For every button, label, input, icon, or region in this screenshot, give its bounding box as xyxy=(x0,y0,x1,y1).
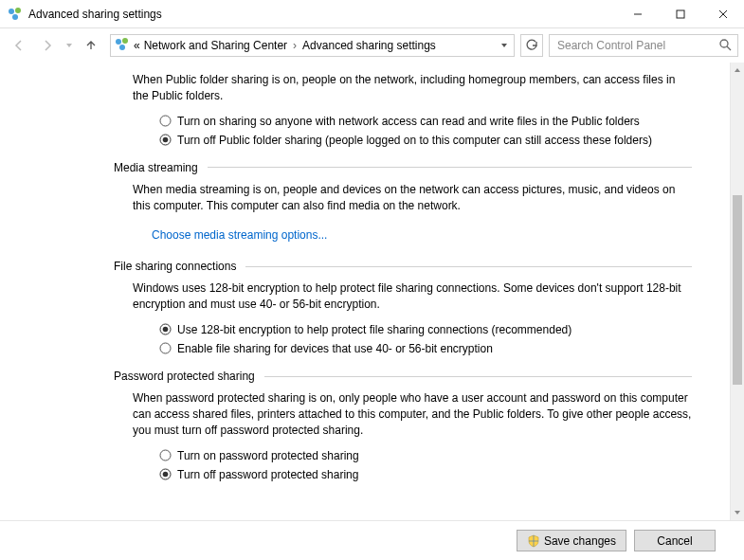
section-title: Password protected sharing xyxy=(114,370,255,383)
breadcrumb-ellipsis[interactable]: « xyxy=(134,39,140,52)
svg-point-16 xyxy=(163,327,169,333)
radio-checked-icon xyxy=(159,134,172,146)
content-area: When Public folder sharing is on, people… xyxy=(0,63,730,520)
svg-point-20 xyxy=(163,472,169,478)
file-sharing-description: Windows uses 128-bit encryption to help … xyxy=(133,280,692,313)
svg-point-9 xyxy=(119,45,125,50)
titlebar: Advanced sharing settings xyxy=(0,0,744,28)
radio-label: Turn off Public folder sharing (people l… xyxy=(177,133,652,148)
breadcrumb-item[interactable]: Advanced sharing settings xyxy=(302,39,436,52)
radio-label: Turn off password protected sharing xyxy=(177,467,358,482)
divider xyxy=(264,376,692,377)
save-changes-button[interactable]: Save changes xyxy=(517,530,626,551)
svg-point-2 xyxy=(12,14,18,20)
radio-checked-icon xyxy=(159,323,172,335)
encryption-128-option[interactable]: Use 128-bit encryption to help protect f… xyxy=(159,322,692,337)
password-sharing-radio-group: Turn on password protected sharing Turn … xyxy=(159,448,692,482)
public-folder-description: When Public folder sharing is on, people… xyxy=(133,72,692,104)
radio-label: Enable file sharing for devices that use… xyxy=(177,341,493,356)
search-icon[interactable] xyxy=(718,38,732,54)
network-sharing-icon xyxy=(115,37,130,55)
forward-button[interactable] xyxy=(34,32,61,59)
footer-buttons: Save changes Cancel xyxy=(0,520,744,560)
divider xyxy=(245,266,692,267)
window-controls xyxy=(616,0,744,27)
svg-line-11 xyxy=(727,46,731,50)
search-box[interactable] xyxy=(549,34,738,57)
password-on-option[interactable]: Turn on password protected sharing xyxy=(159,448,692,463)
svg-rect-4 xyxy=(677,10,684,18)
file-sharing-radio-group: Use 128-bit encryption to help protect f… xyxy=(159,322,692,356)
back-button[interactable] xyxy=(6,32,32,59)
button-label: Cancel xyxy=(657,534,692,548)
radio-unchecked-icon xyxy=(159,342,172,354)
svg-point-1 xyxy=(15,8,21,13)
network-sharing-icon xyxy=(8,7,23,22)
breadcrumb-item[interactable]: Network and Sharing Center xyxy=(144,39,287,52)
close-button[interactable] xyxy=(701,0,744,28)
radio-checked-icon xyxy=(159,468,172,480)
scroll-down-arrow-icon[interactable] xyxy=(731,505,744,520)
radio-unchecked-icon xyxy=(159,449,172,461)
encryption-low-option[interactable]: Enable file sharing for devices that use… xyxy=(159,341,692,356)
window-title: Advanced sharing settings xyxy=(28,8,616,21)
shield-icon xyxy=(527,534,540,548)
address-dropdown-icon[interactable] xyxy=(500,39,510,52)
chevron-right-icon[interactable]: › xyxy=(291,39,299,52)
refresh-button[interactable] xyxy=(520,34,543,57)
svg-point-7 xyxy=(116,39,121,45)
address-bar[interactable]: « Network and Sharing Center › Advanced … xyxy=(110,34,515,57)
svg-point-18 xyxy=(160,450,171,461)
radio-label: Use 128-bit encryption to help protect f… xyxy=(177,322,572,337)
section-title: File sharing connections xyxy=(114,260,236,273)
radio-label: Turn on sharing so anyone with network a… xyxy=(177,114,640,129)
scroll-up-arrow-icon[interactable] xyxy=(731,63,744,78)
minimize-button[interactable] xyxy=(616,0,659,28)
button-label: Save changes xyxy=(544,534,616,548)
public-folder-off-option[interactable]: Turn off Public folder sharing (people l… xyxy=(159,133,692,148)
scroll-thumb[interactable] xyxy=(733,195,742,385)
divider xyxy=(208,167,692,168)
public-folder-radio-group: Turn on sharing so anyone with network a… xyxy=(159,114,692,148)
cancel-button[interactable]: Cancel xyxy=(634,530,716,551)
navigation-bar: « Network and Sharing Center › Advanced … xyxy=(0,28,744,63)
maximize-button[interactable] xyxy=(659,0,701,28)
media-streaming-options-link[interactable]: Choose media streaming options... xyxy=(152,227,327,244)
radio-unchecked-icon xyxy=(159,115,172,127)
vertical-scrollbar[interactable] xyxy=(730,63,744,520)
password-off-option[interactable]: Turn off password protected sharing xyxy=(159,467,692,482)
search-input[interactable] xyxy=(555,38,718,53)
up-button[interactable] xyxy=(78,32,104,59)
radio-label: Turn on password protected sharing xyxy=(177,448,359,463)
svg-point-17 xyxy=(160,343,171,353)
password-sharing-header: Password protected sharing xyxy=(114,370,692,383)
svg-point-12 xyxy=(160,116,171,126)
password-sharing-description: When password protected sharing is on, o… xyxy=(133,390,692,438)
file-sharing-header: File sharing connections xyxy=(114,260,692,273)
svg-point-10 xyxy=(720,40,728,47)
section-title: Media streaming xyxy=(114,161,198,174)
public-folder-on-option[interactable]: Turn on sharing so anyone with network a… xyxy=(159,114,692,129)
media-streaming-header: Media streaming xyxy=(114,161,692,174)
svg-point-8 xyxy=(122,38,128,44)
svg-point-0 xyxy=(9,9,14,14)
svg-point-14 xyxy=(163,136,169,142)
recent-locations-dropdown[interactable] xyxy=(63,32,76,59)
media-streaming-description: When media streaming is on, people and d… xyxy=(133,182,692,214)
